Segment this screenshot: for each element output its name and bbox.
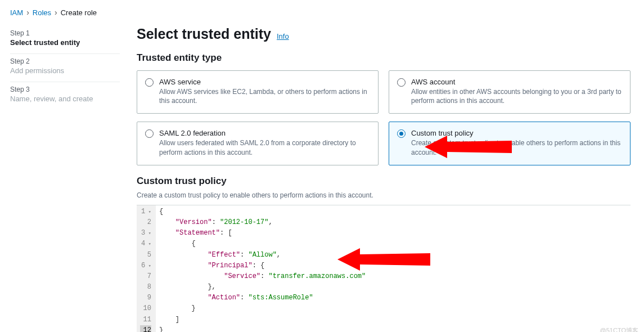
breadcrumb-current: Create role [61, 8, 97, 17]
breadcrumb-roles[interactable]: Roles [33, 8, 51, 17]
option-saml-federation[interactable]: SAML 2.0 federation Allow users federate… [137, 122, 379, 165]
radio-icon [397, 78, 406, 87]
section-entity-type-heading: Trusted entity type [137, 52, 631, 64]
breadcrumb: IAM › Roles › Create role [10, 8, 634, 17]
info-link[interactable]: Info [277, 32, 289, 41]
custom-trust-policy-heading: Custom trust policy [137, 176, 631, 187]
wizard-step-3[interactable]: Step 3 Name, review, and create [10, 82, 120, 110]
editor-code[interactable]: { "Version": "2012-10-17", "Statement": … [156, 205, 631, 332]
option-aws-service[interactable]: AWS service Allow AWS services like EC2,… [137, 70, 379, 114]
radio-icon [145, 78, 154, 87]
policy-editor[interactable]: 123456789101112 { "Version": "2012-10-17… [137, 205, 631, 332]
option-custom-trust-policy[interactable]: Custom trust policy Create a custom trus… [389, 122, 631, 165]
chevron-right-icon: › [26, 8, 29, 17]
custom-trust-policy-desc: Create a custom trust policy to enable o… [137, 191, 631, 199]
wizard-step-2[interactable]: Step 2 Add permissions [10, 54, 120, 82]
radio-icon [145, 129, 154, 138]
watermark: @51CTO博客 [600, 326, 638, 332]
option-aws-account[interactable]: AWS account Allow entities in other AWS … [389, 70, 631, 114]
radio-icon [397, 129, 406, 138]
chevron-right-icon: › [55, 8, 57, 17]
wizard-step-1[interactable]: Step 1 Select trusted entity [10, 26, 120, 54]
wizard-steps: Step 1 Select trusted entity Step 2 Add … [10, 26, 120, 332]
page-title: Select trusted entity Info [137, 26, 631, 42]
breadcrumb-iam[interactable]: IAM [10, 8, 23, 17]
entity-type-options: AWS service Allow AWS services like EC2,… [137, 70, 631, 165]
editor-gutter: 123456789101112 [137, 205, 156, 332]
